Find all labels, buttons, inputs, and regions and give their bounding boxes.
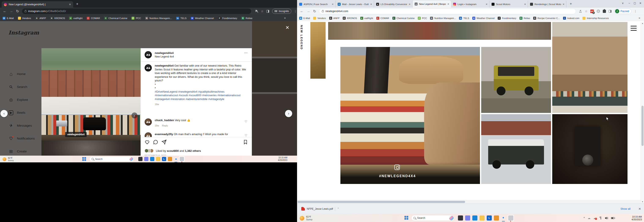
- like-icon[interactable]: [144, 140, 150, 144]
- close-tab-icon[interactable]: ✕: [69, 3, 71, 6]
- browser-tab[interactable]: ▲ LS Drivability Conversions ✕: [374, 1, 412, 8]
- scroll-up-icon[interactable]: ▲: [641, 22, 644, 25]
- close-tab-icon[interactable]: ✕: [370, 3, 372, 6]
- comment-reply-button[interactable]: Reply: [162, 124, 168, 128]
- post-author-username[interactable]: newlegend4x4: [155, 52, 174, 54]
- browser-tab[interactable]: Login • Instagram ✕: [451, 1, 490, 8]
- taskbar-app[interactable]: [179, 156, 185, 162]
- instagram-logo[interactable]: Instagram: [8, 30, 39, 36]
- browser-menu-icon[interactable]: ⋮: [634, 10, 637, 13]
- taskbar-app[interactable]: [149, 156, 155, 162]
- taskbar-app[interactable]: [508, 215, 514, 221]
- sidebar-item[interactable]: Reels: [8, 110, 25, 115]
- weather-widget[interactable]: 61°F Sunny: [300, 216, 312, 221]
- hamburger-menu-icon[interactable]: [631, 26, 636, 32]
- volume-icon[interactable]: [605, 217, 608, 220]
- close-tab-icon[interactable]: ✕: [447, 3, 449, 6]
- comment-icon[interactable]: [153, 140, 158, 144]
- bookmark-item[interactable]: Internship Resources: [582, 17, 609, 20]
- previous-post-icon[interactable]: ‹: [0, 110, 8, 117]
- bookmark-item[interactable]: M E-Mail: [299, 17, 310, 20]
- reload-icon[interactable]: ↻: [313, 9, 316, 14]
- restore-icon[interactable]: ▢: [634, 2, 636, 5]
- bookmark-item[interactable]: F Foodimentary: [498, 17, 516, 20]
- share-icon[interactable]: [162, 140, 166, 144]
- bookmark-item[interactable]: i Indeed.com: [563, 17, 579, 20]
- scroll-down-icon[interactable]: ▼: [641, 200, 644, 204]
- tagged-user-badge[interactable]: newlegend4x4: [65, 132, 87, 137]
- bookmark-item[interactable]: P PCC: [132, 17, 141, 20]
- notifications-blocked-icon[interactable]: [255, 10, 258, 13]
- downloaded-file-chip[interactable]: NFPE_Jesse Lewis.pdf ⌃: [299, 205, 341, 213]
- bookmark-item[interactable]: W Weather Channel: [472, 17, 494, 20]
- likers-avatars[interactable]: [144, 149, 155, 153]
- side-panel-icon[interactable]: [609, 10, 612, 13]
- taskbar-app[interactable]: [173, 156, 179, 162]
- close-tab-icon[interactable]: ✕: [486, 3, 488, 6]
- bookmark-item[interactable]: ts TELS: [459, 17, 469, 20]
- taskbar-app[interactable]: [493, 215, 500, 221]
- minimize-icon[interactable]: –: [628, 2, 630, 5]
- taskbar-app[interactable]: L: [161, 156, 167, 162]
- bookmark-item[interactable]: M E-Mail: [2, 17, 14, 20]
- sidebar-item[interactable]: Home: [8, 72, 26, 76]
- bookmarks-overflow-icon[interactable]: »: [284, 16, 286, 20]
- gallery-photo-yellow-scout[interactable]: [481, 47, 551, 113]
- bookmark-star-icon[interactable]: ☆: [585, 10, 588, 13]
- back-icon[interactable]: ←: [3, 9, 6, 13]
- comment-avatar[interactable]: [144, 132, 152, 137]
- gallery-photo-pendleton-seat[interactable]: #NEWLEGEND4X4: [340, 47, 480, 184]
- reload-icon[interactable]: ↻: [16, 9, 19, 14]
- post-author-avatar[interactable]: [144, 51, 152, 58]
- address-bar[interactable]: instagram.com/p/Cl6wl6GvOoD/: [22, 8, 251, 14]
- bookmark-item[interactable]: C COMAR: [376, 17, 389, 20]
- start-button[interactable]: [404, 216, 409, 220]
- bookmark-item[interactable]: N Nutrition Managem...: [430, 17, 456, 20]
- download-options-icon[interactable]: ⌃: [335, 207, 339, 211]
- taskbar-clock[interactable]: 10:15 AM4/20/2023: [278, 156, 288, 162]
- taskbar-app[interactable]: [500, 215, 507, 221]
- bookmark-item[interactable]: C COMAR: [87, 17, 100, 20]
- gallery-photo-gold-hood[interactable]: [310, 22, 326, 79]
- taskbar-app[interactable]: [472, 215, 478, 221]
- address-bar[interactable]: newlegend4x4.com: [319, 8, 576, 14]
- close-tab-icon[interactable]: ✕: [409, 3, 410, 6]
- gallery-photo-interior-device[interactable]: [552, 114, 628, 184]
- browser-menu-icon[interactable]: ⋮: [294, 10, 297, 13]
- caption-username[interactable]: newlegend4x4: [155, 64, 174, 67]
- back-icon[interactable]: ←: [300, 9, 304, 13]
- adblock-icon[interactable]: ABP: [590, 10, 594, 13]
- close-window-icon[interactable]: ✕: [639, 2, 642, 5]
- show-all-downloads-button[interactable]: Show all: [620, 208, 630, 210]
- sidebar-item[interactable]: Create: [8, 149, 27, 154]
- comment-username[interactable]: evanready2fly: [155, 132, 173, 136]
- forward-icon[interactable]: →: [306, 9, 310, 13]
- bookmark-item[interactable]: A ANFP: [35, 17, 46, 20]
- bookmark-item[interactable]: R Relias: [520, 17, 530, 20]
- site-logo-vertical[interactable]: NEW LEGEND: [300, 25, 303, 50]
- close-tab-icon[interactable]: ✕: [524, 3, 526, 6]
- close-tab-icon[interactable]: ✕: [562, 3, 564, 6]
- bookmarks-overflow-icon[interactable]: »: [639, 16, 640, 20]
- post-options-icon[interactable]: ⋯: [244, 51, 248, 55]
- weather-widget[interactable]: 61°F Sunny: [2, 157, 14, 162]
- sidebar-item[interactable]: Messages: [8, 123, 32, 128]
- vertical-scrollbar[interactable]: ▲ ▼: [640, 22, 644, 204]
- bookmark-item[interactable]: K KRONOS: [50, 17, 65, 20]
- sidebar-item[interactable]: Search: [8, 84, 27, 90]
- onedrive-icon[interactable]: ☁: [588, 216, 590, 220]
- sidebar-item[interactable]: Explore: [8, 97, 28, 102]
- extension-g-icon[interactable]: G: [597, 10, 600, 13]
- taskbar-app[interactable]: L: [486, 215, 492, 221]
- comment-username[interactable]: chuck_hadden: [155, 118, 174, 122]
- post-media[interactable]: newlegend4x4 👤 ›: [42, 48, 140, 156]
- scrollbar-thumb[interactable]: [642, 106, 644, 146]
- bookmark-item[interactable]: Vendors: [18, 17, 31, 20]
- browser-tab[interactable]: Renderings | Scout Motor ✕: [528, 1, 566, 8]
- bookmark-item[interactable]: N Nutrition Managem...: [145, 17, 172, 20]
- bookmark-star-icon[interactable]: ☆: [261, 10, 264, 13]
- gallery-photo-snow-scout[interactable]: [481, 114, 551, 184]
- horizontal-scrollbar[interactable]: [297, 200, 640, 204]
- new-tab-button[interactable]: +: [570, 2, 572, 6]
- side-panel-icon[interactable]: [266, 10, 269, 13]
